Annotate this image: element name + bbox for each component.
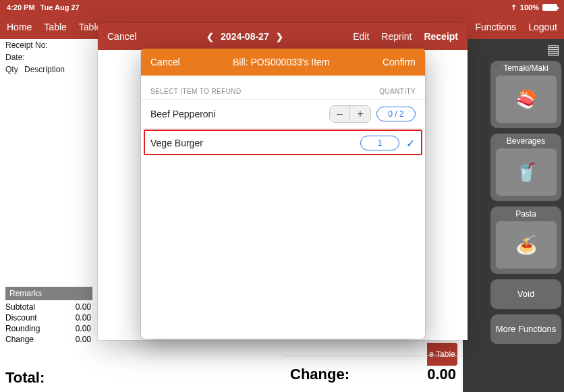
wifi-icon: ⇡ <box>511 3 517 12</box>
prev-day-button[interactable]: ❮ <box>206 32 214 42</box>
category-thumb: 🥤 <box>496 148 557 196</box>
category-temaki[interactable]: Temaki/Maki 🍣 <box>490 61 561 128</box>
remarks-bar[interactable]: Remarks <box>5 287 92 300</box>
status-time: 4:20 PM <box>7 3 35 11</box>
barcode-scan-icon[interactable]: ▤ <box>547 43 560 55</box>
date-display[interactable]: 2024-08-27 <box>221 31 269 42</box>
rounding-val: 0.00 <box>76 324 91 333</box>
battery-icon <box>542 4 557 11</box>
tab-edit[interactable]: Edit <box>353 31 369 42</box>
change-bar-label: Change: <box>290 366 349 383</box>
change-val: 0.00 <box>76 335 91 344</box>
refund-confirm[interactable]: Confirm <box>383 57 416 67</box>
item-name: Beef Pepperoni <box>150 109 216 119</box>
refund-cancel[interactable]: Cancel <box>150 57 180 67</box>
quantity-stepper: – + <box>329 105 371 123</box>
category-pasta[interactable]: Pasta 🍝 <box>490 206 561 274</box>
refund-title: Bill: POS000033's Item <box>233 57 330 67</box>
category-label: Temaki/Maki <box>503 61 548 76</box>
category-thumb: 🍣 <box>496 76 557 123</box>
nav-functions[interactable]: Functions <box>475 22 516 32</box>
status-bar: 4:20 PM Tue Aug 27 ⇡ 100% <box>0 0 564 15</box>
rounding-label: Rounding <box>5 324 40 333</box>
change-bar: Change: 0.00 <box>283 356 463 392</box>
category-beverages[interactable]: Beverages 🥤 <box>490 134 561 201</box>
category-label: Beverages <box>507 134 545 148</box>
discount-label: Discount <box>5 313 37 323</box>
refund-item-row[interactable]: Vege Burger 1 ✓ <box>141 128 425 157</box>
battery-pct: 100% <box>520 3 539 11</box>
qty-plus-button[interactable]: + <box>350 106 370 122</box>
item-name: Vege Burger <box>150 138 203 148</box>
nav-table[interactable]: Table <box>44 22 66 32</box>
more-functions-label: More Functions <box>496 314 557 344</box>
qty-minus-button[interactable]: – <box>330 106 350 122</box>
change-bar-value: 0.00 <box>427 366 456 383</box>
section-select-label: SELECT ITEM TO REFUND <box>150 88 242 95</box>
desc-header: Description <box>24 65 65 74</box>
category-label: Pasta <box>515 206 536 221</box>
qty-display[interactable]: 0 / 2 <box>376 107 416 121</box>
status-date: Tue Aug 27 <box>40 3 80 11</box>
change-label: Change <box>5 335 34 344</box>
refund-item-row[interactable]: Beef Pepperoni – + 0 / 2 <box>141 99 425 128</box>
total-label: Total: <box>5 369 45 387</box>
receipt-no-label: Receipt No: <box>5 40 48 50</box>
qty-header: Qty <box>5 65 24 74</box>
qty-display[interactable]: 1 <box>360 136 399 150</box>
right-panel: ▤ Temaki/Maki 🍣 Beverages 🥤 Pasta 🍝 Void… <box>463 39 564 392</box>
tab-reprint[interactable]: Reprint <box>381 31 412 42</box>
subtotal-val: 0.00 <box>76 302 91 312</box>
next-day-button[interactable]: ❯ <box>276 32 283 42</box>
date-modal-cancel[interactable]: Cancel <box>107 31 137 42</box>
nav-home[interactable]: Home <box>7 22 32 32</box>
category-thumb: 🍝 <box>496 221 557 269</box>
subtotal-label: Subtotal <box>5 302 35 312</box>
refund-items-modal: Cancel Bill: POS000033's Item Confirm SE… <box>141 49 425 339</box>
void-label: Void <box>517 279 534 309</box>
void-button[interactable]: Void <box>490 279 561 309</box>
nav-logout[interactable]: Logout <box>528 22 557 32</box>
date-label: Date: <box>5 53 25 62</box>
left-panel: Receipt No: Date: Qty Description Remark… <box>0 39 98 392</box>
tab-receipt[interactable]: Receipt <box>424 31 458 42</box>
check-icon: ✓ <box>405 137 416 150</box>
discount-val: 0.00 <box>76 313 91 323</box>
more-functions-button[interactable]: More Functions <box>490 314 561 344</box>
section-quantity-label: QUANTITY <box>379 88 416 95</box>
